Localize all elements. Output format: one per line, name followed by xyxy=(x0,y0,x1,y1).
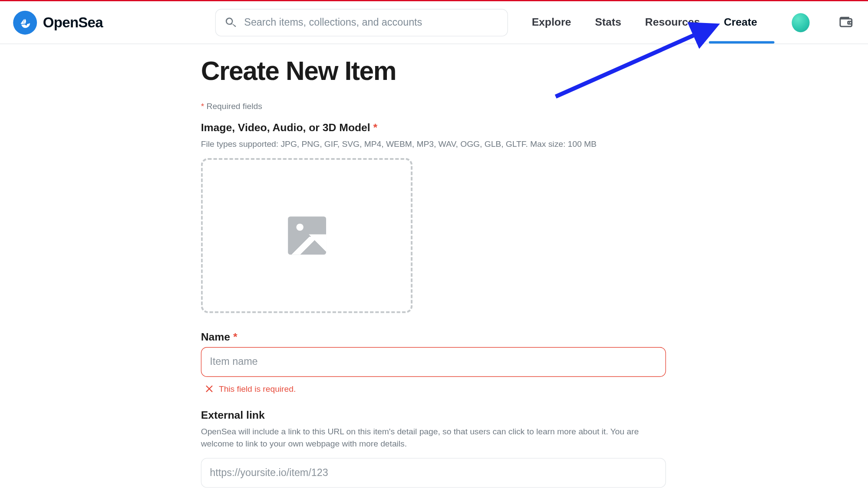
close-icon xyxy=(205,384,214,394)
brand-logo[interactable]: OpenSea xyxy=(13,10,103,34)
header-bar: OpenSea Explore Stats Resources Create xyxy=(0,1,868,44)
required-note-text: Required fields xyxy=(204,101,262,111)
name-label-text: Name xyxy=(201,331,233,343)
name-label-asterisk: * xyxy=(233,331,238,343)
search-icon xyxy=(224,16,237,29)
media-dropzone[interactable] xyxy=(201,158,413,313)
media-label-text: Image, Video, Audio, or 3D Model xyxy=(201,122,373,133)
name-error-row: This field is required. xyxy=(201,384,666,394)
search-bar[interactable] xyxy=(215,9,508,36)
external-link-label: External link xyxy=(201,409,666,422)
external-link-field-block: External link OpenSea will include a lin… xyxy=(201,409,666,488)
external-link-input[interactable] xyxy=(201,458,666,488)
account-avatar[interactable] xyxy=(792,13,809,32)
main-nav: Explore Stats Resources Create xyxy=(532,16,757,29)
brand-name-text: OpenSea xyxy=(43,14,103,30)
name-field-block: Name * This field is required. xyxy=(201,331,666,393)
nav-resources[interactable]: Resources xyxy=(645,16,700,29)
nav-stats[interactable]: Stats xyxy=(595,16,621,29)
media-label-asterisk: * xyxy=(373,122,378,133)
name-error-text: This field is required. xyxy=(219,384,296,394)
svg-point-1 xyxy=(849,22,850,23)
nav-create[interactable]: Create xyxy=(724,16,757,29)
nav-create-underline xyxy=(709,41,774,43)
image-placeholder-icon xyxy=(287,217,326,255)
required-fields-note: * Required fields xyxy=(201,101,666,111)
external-link-help: OpenSea will include a link to this URL … xyxy=(201,425,666,450)
name-field-label: Name * xyxy=(201,331,666,344)
main-content: Create New Item * Required fields Image,… xyxy=(201,44,666,488)
media-field-help: File types supported: JPG, PNG, GIF, SVG… xyxy=(201,138,666,150)
page-title: Create New Item xyxy=(201,56,666,86)
wallet-icon xyxy=(838,15,854,30)
media-field-block: Image, Video, Audio, or 3D Model * File … xyxy=(201,122,666,313)
nav-explore[interactable]: Explore xyxy=(532,16,571,29)
search-input[interactable] xyxy=(244,17,499,28)
opensea-logo-icon xyxy=(13,10,37,34)
wallet-button[interactable] xyxy=(838,14,854,30)
name-input[interactable] xyxy=(201,347,666,377)
media-field-label: Image, Video, Audio, or 3D Model * xyxy=(201,122,666,134)
